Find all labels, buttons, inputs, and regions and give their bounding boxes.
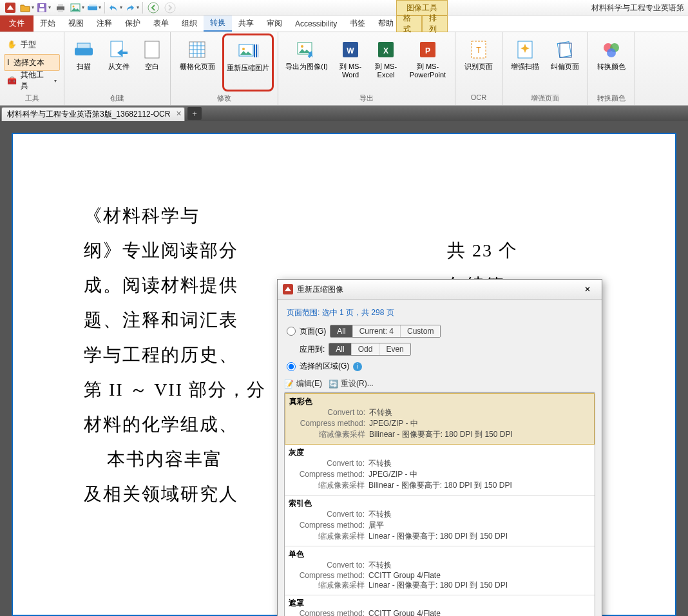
menu-item-8[interactable]: 审阅 bbox=[260, 15, 289, 32]
seg-apply-all[interactable]: All bbox=[329, 343, 350, 355]
menu-format[interactable]: 格式 bbox=[396, 15, 422, 32]
undo-icon[interactable]: ▾ bbox=[108, 1, 123, 14]
ppt-icon: P bbox=[417, 39, 438, 60]
radio-pages[interactable] bbox=[287, 327, 296, 336]
svg-point-11 bbox=[148, 3, 158, 13]
print-icon[interactable] bbox=[53, 1, 68, 14]
save-icon[interactable]: ▾ bbox=[36, 1, 52, 14]
svg-rect-6 bbox=[58, 10, 63, 12]
svg-rect-10 bbox=[89, 5, 97, 6]
compression-section[interactable]: 索引色Convert to:不转换Compress method:展平缩减像素采… bbox=[285, 496, 595, 546]
ocr-recognize[interactable]: T识别页面 bbox=[459, 34, 498, 91]
menu-arrange[interactable]: 排列 bbox=[422, 15, 448, 32]
create-blank[interactable]: 空白 bbox=[138, 34, 166, 91]
section-head: 真彩色 bbox=[289, 396, 590, 407]
svg-text:T: T bbox=[476, 46, 481, 55]
seg-apply-odd[interactable]: Odd bbox=[351, 343, 379, 355]
image-icon[interactable]: ▾ bbox=[70, 1, 85, 14]
dialog-icon bbox=[283, 284, 293, 294]
menu-item-0[interactable]: 开始 bbox=[33, 15, 62, 32]
menu-item-5[interactable]: 组织 bbox=[175, 15, 204, 32]
convert-color[interactable]: 转换颜色 bbox=[592, 34, 631, 91]
doc-tab[interactable]: 材料科学与工程专业英语第3版_13682112-OCR ✕ bbox=[1, 107, 185, 121]
document-area: 《材料科学与 纲》专业阅读部分 共 23 个 成。阅读材料提供 勺续篇； 题、注… bbox=[0, 121, 688, 616]
nav-back-icon[interactable] bbox=[146, 1, 161, 14]
svg-rect-9 bbox=[88, 6, 97, 10]
section-head: 灰度 bbox=[289, 447, 591, 458]
app-icon[interactable] bbox=[3, 1, 18, 14]
quick-access-toolbar: ▾ ▾ ▾ ▾ ▾ ▾ 图像工具 材料科学与工程专业英语第 bbox=[0, 0, 688, 15]
scanner-icon bbox=[73, 39, 94, 60]
seg-pages: All Current: 4 Custom bbox=[330, 325, 441, 338]
recompress-images[interactable]: 重新压缩图片 bbox=[222, 34, 274, 91]
svg-rect-40 bbox=[557, 42, 571, 58]
svg-point-44 bbox=[607, 48, 616, 57]
export-excel[interactable]: X到 MS-Excel bbox=[370, 34, 402, 91]
menu-item-3[interactable]: 保护 bbox=[119, 15, 147, 32]
svg-point-8 bbox=[73, 5, 75, 7]
deskew[interactable]: 纠偏页面 bbox=[546, 34, 584, 91]
export-ppt[interactable]: P到 MS-PowerPoint bbox=[405, 34, 451, 91]
add-tab-button[interactable]: ＋ bbox=[187, 107, 202, 120]
info-icon[interactable]: i bbox=[353, 362, 362, 371]
rasterize-icon bbox=[187, 39, 207, 60]
open-icon[interactable]: ▾ bbox=[19, 1, 35, 14]
svg-rect-16 bbox=[145, 41, 159, 58]
file-import-icon bbox=[108, 39, 129, 60]
word-icon: W bbox=[340, 39, 361, 60]
svg-rect-3 bbox=[40, 4, 44, 7]
dialog-close-button[interactable]: ✕ bbox=[578, 283, 597, 296]
seg-apply-even[interactable]: Even bbox=[379, 343, 410, 355]
enhance-scan[interactable]: 增强扫描 bbox=[506, 34, 544, 91]
seg-apply: All Odd Even bbox=[329, 343, 410, 356]
seg-pages-all[interactable]: All bbox=[330, 325, 352, 337]
deskew-icon bbox=[555, 39, 575, 60]
compression-section[interactable]: 真彩色Convert to:不转换Compress method:JPEG/ZI… bbox=[285, 393, 595, 445]
rasterize-pages[interactable]: 栅格化页面 bbox=[175, 34, 220, 91]
tool-select-text[interactable]: Ⅰ选择文本 bbox=[4, 54, 60, 71]
recompress-dialog: 重新压缩图像 ✕ 页面范围: 选中 1 页，共 298 页 页面(G) All … bbox=[277, 279, 602, 616]
export-as-image[interactable]: 导出为图像(I) bbox=[282, 34, 331, 91]
compression-section[interactable]: 灰度Convert to:不转换Compress method:JPEG/ZIP… bbox=[285, 445, 595, 496]
scan-icon[interactable]: ▾ bbox=[86, 1, 102, 14]
reset-icon: 🔄 bbox=[329, 380, 338, 389]
ribbon-group-export: 导出 bbox=[282, 93, 451, 104]
label-apply: 应用到: bbox=[300, 344, 325, 355]
menu-file[interactable]: 文件 bbox=[0, 15, 33, 32]
menu-item-9[interactable]: Accessibility bbox=[289, 15, 343, 32]
svg-text:W: W bbox=[347, 46, 354, 55]
page-range-summary[interactable]: 页面范围: 选中 1 页，共 298 页 bbox=[287, 307, 595, 318]
redo-icon[interactable]: ▾ bbox=[124, 1, 140, 14]
menu-item-7[interactable]: 共享 bbox=[232, 15, 260, 32]
menu-item-10[interactable]: 书签 bbox=[343, 15, 372, 32]
edit-icon: 📝 bbox=[284, 380, 294, 389]
create-scan[interactable]: 扫描 bbox=[68, 34, 99, 91]
menu-item-4[interactable]: 表单 bbox=[147, 15, 175, 32]
compression-section[interactable]: 遮罩Compress method:CCITT Group 4/Flate缩减像… bbox=[285, 595, 595, 616]
nav-fwd-icon[interactable] bbox=[162, 1, 178, 14]
menu-item-6[interactable]: 转换 bbox=[204, 15, 232, 32]
export-word[interactable]: W到 MS-Word bbox=[334, 34, 367, 91]
reset-button[interactable]: 🔄重设(R)... bbox=[329, 378, 374, 389]
compression-list[interactable]: 真彩色Convert to:不转换Compress method:JPEG/ZI… bbox=[284, 392, 595, 616]
ribbon-group-tools: 工具 bbox=[4, 93, 60, 104]
hand-icon: ✋ bbox=[7, 40, 17, 49]
recompress-icon bbox=[238, 41, 258, 61]
edit-button[interactable]: 📝编辑(E) bbox=[284, 378, 322, 389]
excel-icon: X bbox=[376, 39, 396, 60]
tool-other[interactable]: 🧰其他工具▾ bbox=[4, 72, 60, 89]
svg-rect-14 bbox=[77, 43, 90, 48]
dialog-titlebar[interactable]: 重新压缩图像 ✕ bbox=[278, 280, 602, 300]
ocr-icon: T bbox=[468, 39, 489, 60]
section-head: 单色 bbox=[289, 549, 591, 560]
close-tab-icon[interactable]: ✕ bbox=[176, 110, 182, 118]
compression-section[interactable]: 单色Convert to:不转换Compress method:CCITT Gr… bbox=[285, 546, 595, 595]
seg-pages-current[interactable]: Current: 4 bbox=[352, 325, 400, 337]
radio-selected-region[interactable] bbox=[287, 362, 296, 371]
menu-item-2[interactable]: 注释 bbox=[90, 15, 119, 32]
menu-item-1[interactable]: 视图 bbox=[62, 15, 90, 32]
tool-hand[interactable]: ✋手型 bbox=[4, 36, 60, 53]
seg-pages-custom[interactable]: Custom bbox=[400, 325, 440, 337]
svg-point-12 bbox=[165, 3, 175, 13]
create-from-file[interactable]: 从文件 bbox=[102, 34, 135, 91]
